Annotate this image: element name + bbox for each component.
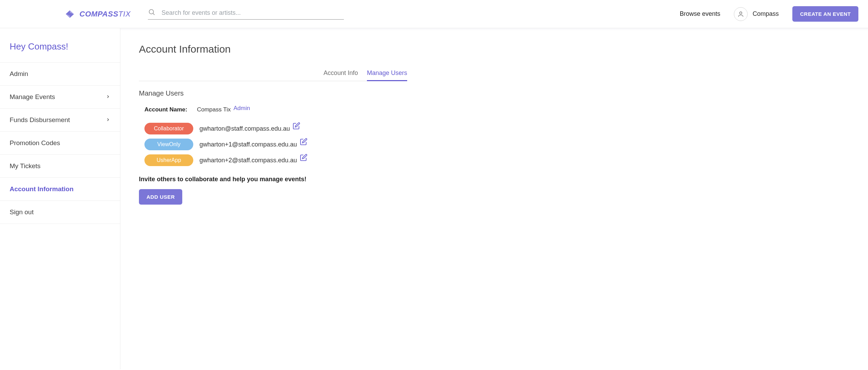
sidebar-item-funds-disbursement[interactable]: Funds Disbursement xyxy=(0,109,120,132)
tab-account-info[interactable]: Account Info xyxy=(324,65,358,81)
logo-text: COMPASSTIX xyxy=(79,10,131,19)
search-container xyxy=(148,8,344,20)
sidebar-item-label: Sign out xyxy=(10,208,34,216)
admin-link[interactable]: Admin xyxy=(234,105,250,112)
sidebar-item-promotion-codes[interactable]: Promotion Codes xyxy=(0,132,120,155)
add-user-button[interactable]: ADD USER xyxy=(139,189,182,205)
header-right: Browse events Compass CREATE AN EVENT xyxy=(680,6,858,22)
account-name-label: Account Name: xyxy=(144,106,187,113)
user-row: Collaborator gwharton@staff.compass.edu.… xyxy=(144,123,849,134)
edit-icon[interactable] xyxy=(293,122,300,131)
role-badge-collaborator: Collaborator xyxy=(144,123,193,134)
svg-line-1 xyxy=(153,13,155,15)
sidebar: Hey Compass! Admin Manage Events Funds D… xyxy=(0,28,120,369)
avatar-icon xyxy=(734,7,748,21)
user-row: UsherApp gwharton+2@staff.compass.edu.au xyxy=(144,154,849,166)
search-input[interactable] xyxy=(162,9,344,17)
account-name-value: Compass Tix xyxy=(197,106,231,113)
user-menu[interactable]: Compass xyxy=(734,7,779,21)
browse-events-link[interactable]: Browse events xyxy=(680,10,720,18)
sidebar-item-label: Admin xyxy=(10,70,28,78)
svg-point-2 xyxy=(740,12,742,14)
users-list: Collaborator gwharton@staff.compass.edu.… xyxy=(139,123,849,166)
user-name-label: Compass xyxy=(752,10,779,18)
sidebar-item-label: Promotion Codes xyxy=(10,139,60,147)
user-email: gwharton+2@staff.compass.edu.au xyxy=(199,157,297,164)
edit-icon[interactable] xyxy=(300,154,307,163)
account-name-row: Account Name: Compass Tix Admin xyxy=(139,106,849,113)
user-email: gwharton@staff.compass.edu.au xyxy=(199,125,290,132)
sidebar-item-label: My Tickets xyxy=(10,162,41,170)
section-title: Manage Users xyxy=(139,89,849,97)
sidebar-item-sign-out[interactable]: Sign out xyxy=(0,201,120,224)
user-row: ViewOnly gwharton+1@staff.compass.edu.au xyxy=(144,139,849,150)
chevron-right-icon xyxy=(106,93,110,101)
greeting-text: Hey Compass! xyxy=(0,28,120,62)
sidebar-item-admin[interactable]: Admin xyxy=(0,62,120,86)
sidebar-nav: Admin Manage Events Funds Disbursement P… xyxy=(0,62,120,224)
logo[interactable]: COMPASSTIX xyxy=(63,9,131,19)
top-header: COMPASSTIX Browse events Compass CREATE … xyxy=(0,0,868,28)
sidebar-item-label: Account Information xyxy=(10,185,74,193)
user-email: gwharton+1@staff.compass.edu.au xyxy=(199,141,297,148)
tab-manage-users[interactable]: Manage Users xyxy=(367,65,407,81)
role-badge-viewonly: ViewOnly xyxy=(144,139,193,150)
create-event-button[interactable]: CREATE AN EVENT xyxy=(792,6,858,22)
compass-logo-icon xyxy=(63,9,77,19)
sidebar-item-label: Manage Events xyxy=(10,93,55,101)
chevron-right-icon xyxy=(106,116,110,124)
edit-icon[interactable] xyxy=(300,138,307,147)
role-badge-usherapp: UsherApp xyxy=(144,154,193,166)
search-icon xyxy=(148,8,155,17)
sidebar-item-account-information[interactable]: Account Information xyxy=(0,178,120,201)
page-title: Account Information xyxy=(139,43,849,55)
sidebar-item-manage-events[interactable]: Manage Events xyxy=(0,86,120,109)
svg-point-0 xyxy=(149,10,154,14)
sidebar-item-my-tickets[interactable]: My Tickets xyxy=(0,155,120,178)
sidebar-item-label: Funds Disbursement xyxy=(10,116,70,124)
invite-text: Invite others to collaborate and help yo… xyxy=(139,176,849,183)
main-content: Account Information Account Info Manage … xyxy=(120,28,868,369)
tabs: Account Info Manage Users xyxy=(139,65,407,81)
